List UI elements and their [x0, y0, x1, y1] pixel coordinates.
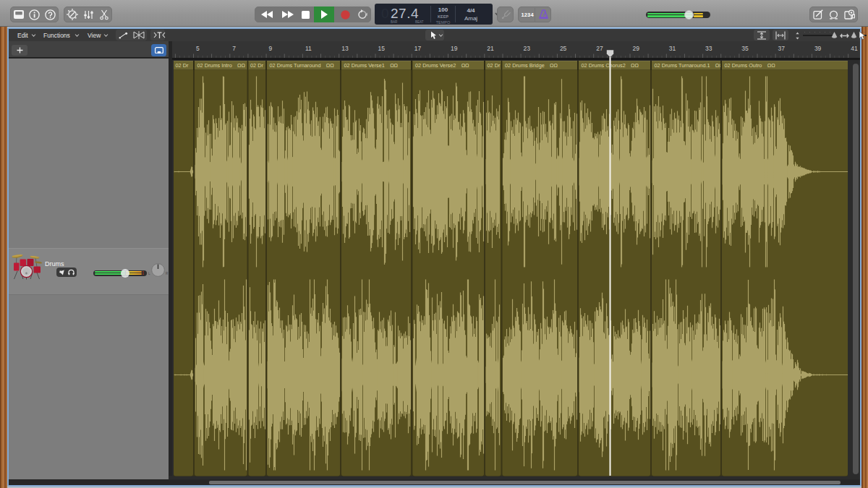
svg-text:35: 35: [741, 45, 749, 52]
svg-text:21: 21: [487, 45, 494, 52]
svg-text:31: 31: [669, 45, 676, 52]
svg-text:37: 37: [778, 45, 786, 52]
svg-text:27: 27: [596, 45, 603, 52]
svg-text:15: 15: [378, 45, 386, 52]
svg-text:19: 19: [451, 45, 458, 52]
svg-text:9: 9: [269, 45, 273, 52]
svg-text:33: 33: [705, 45, 712, 52]
svg-text:25: 25: [560, 45, 567, 52]
svg-text:5: 5: [196, 45, 200, 52]
svg-text:7: 7: [232, 45, 236, 52]
svg-text:29: 29: [633, 45, 640, 52]
svg-text:17: 17: [414, 45, 422, 52]
svg-text:39: 39: [814, 45, 822, 52]
svg-text:23: 23: [524, 45, 531, 52]
svg-text:11: 11: [305, 45, 312, 52]
svg-text:41: 41: [851, 45, 858, 52]
svg-text:13: 13: [341, 45, 349, 52]
